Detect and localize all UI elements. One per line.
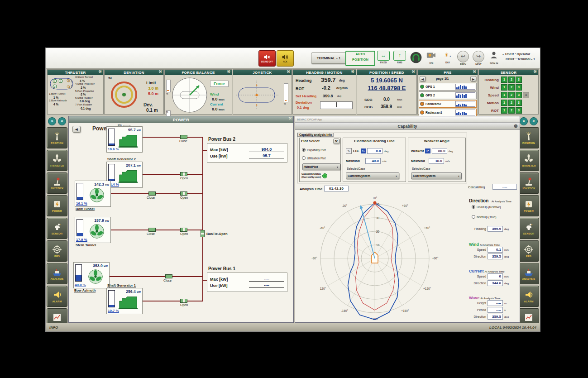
weakest-case-dropdown[interactable]: CurrentSystem▼ [411, 172, 462, 179]
utilization-plot-radio[interactable]: Utilization Plot [302, 156, 325, 160]
sensor-status-cell[interactable]: 1 [501, 107, 507, 114]
panel-thruster: THRUSTER⚒ 1 2 3 4 5 1.Bow Tunnel1 %2.Bow… [47, 69, 104, 115]
wrench-icon[interactable]: ⚒ [534, 70, 537, 74]
sidebar-item-alarm[interactable]: ALARM [47, 286, 67, 307]
prs-sensor-row[interactable]: Fanbeam2 [419, 100, 477, 108]
bus-line-vertical [202, 137, 203, 301]
sidebar-item-sensor[interactable]: SENSOR [518, 218, 539, 239]
breaker[interactable] [180, 228, 187, 232]
bustie-breaker[interactable] [201, 230, 205, 237]
sensor-status-cell[interactable]: 4 [523, 92, 529, 98]
terminal-button[interactable]: TERMINAL - 1 [311, 53, 346, 64]
expand-icon[interactable]: » [58, 117, 66, 125]
sidebar-item-prs[interactable]: PRS [47, 240, 67, 262]
sidebar-item-thruster[interactable]: THRUSTER [47, 150, 67, 171]
close-icon[interactable]: ⊗ [514, 123, 518, 129]
info-label[interactable]: INFO [49, 325, 58, 330]
collapse-icon[interactable]: « [48, 117, 56, 125]
power-page-prev-button[interactable]: ◀ [72, 126, 81, 133]
handycam-button[interactable]: H/C [424, 51, 439, 64]
breaker[interactable] [180, 172, 187, 176]
wrench-icon[interactable]: ⚒ [287, 70, 290, 74]
sensor-status-cell[interactable]: 2 [508, 84, 515, 91]
sound-off-button[interactable]: SOUND OFF [258, 50, 276, 67]
sidebar-item-power[interactable]: POWER [47, 195, 67, 216]
power-bus2-box: Max [kW]904.0 Use [kW]95.7 [207, 143, 287, 163]
sidebar-item-position[interactable]: POSITION [47, 127, 67, 148]
sensor-status-cell[interactable]: 3 [516, 92, 522, 98]
sidebar-item-joystick[interactable]: JOYSTICK [47, 172, 67, 194]
prs-sensor-row[interactable]: GPS 2 [419, 91, 477, 99]
ebl-maxwind-input[interactable]: 40.0 [365, 158, 381, 164]
plot-settings-button[interactable]: ⚒ [333, 139, 339, 144]
wrench-icon[interactable]: ⚒ [412, 70, 415, 74]
ebl-angle-input[interactable]: 0.0 [367, 148, 382, 154]
sidebar-item-alarm[interactable]: ALARM [518, 286, 539, 307]
prev-button[interactable]: ↩ PREV [456, 51, 470, 66]
sensor-status-cell[interactable]: 2 [508, 100, 515, 106]
auto-position-button[interactable]: AUTO POSITION [345, 51, 375, 66]
sensor-status-cell[interactable]: 1 [501, 100, 507, 106]
sidebar-item-position[interactable]: POSITION [518, 127, 539, 148]
bus2-max-value: 904.0 [249, 147, 284, 152]
weakest-maxwind-box: 18.0 [429, 158, 444, 164]
bustie-label: BusTie-Open [206, 232, 228, 236]
breaker[interactable] [180, 135, 187, 139]
radio-icon [302, 156, 306, 160]
prs-page-prev-button[interactable]: ◀ [420, 76, 425, 81]
northup-radio[interactable]: NorthUp (True) [472, 215, 496, 219]
ebl-edit-icon[interactable]: ✎ [346, 148, 352, 154]
sensor-status-cell[interactable]: 1 [501, 77, 507, 83]
breaker[interactable] [165, 274, 172, 278]
sensor-status-cell[interactable]: 3 [516, 84, 522, 91]
prs-sensor-row[interactable]: Radascan1 [419, 109, 477, 116]
rmb-mode-button[interactable]: ↑ RMB [392, 51, 407, 64]
sign-in-button[interactable]: SIGN IN [487, 51, 501, 65]
sensor-status-cell[interactable]: 3 [516, 107, 522, 114]
fixed-arrows-icon: ↔ [377, 51, 390, 61]
sidebar-item-joystick[interactable]: JOYSTICK [518, 172, 539, 194]
sensor-status-cell[interactable]: 2 [508, 77, 515, 83]
breaker[interactable] [148, 191, 156, 196]
sidebar-item-thruster[interactable]: THRUSTER [518, 150, 539, 171]
sensor-status-cell[interactable]: 1 [501, 92, 507, 98]
wrench-icon[interactable]: ⚒ [159, 70, 162, 74]
expand-icon[interactable]: » [530, 117, 538, 125]
wrench-icon[interactable]: ⚒ [351, 70, 354, 74]
breaker[interactable] [180, 191, 187, 196]
ebl-case-dropdown[interactable]: CurrentSystem▼ [346, 172, 399, 179]
thruster-list-right: 3.Stern Tunnel4 %4.Stbd Propeller-2 %5.P… [75, 76, 103, 110]
sidebar-item-prs[interactable]: PRS [518, 240, 539, 262]
sensor-status-cell[interactable]: 3 [516, 77, 522, 83]
sidebar-item-sensor[interactable]: SENSOR [47, 218, 67, 239]
sensor-status-cell[interactable]: 2 [508, 107, 515, 114]
bus1-max-value: ---- [249, 277, 284, 282]
prs-page-next-button[interactable]: ▶ [470, 76, 476, 81]
sensor-status-cell[interactable]: 3 [516, 100, 522, 106]
headup-radio[interactable]: HeadUp (Relative) [472, 205, 501, 209]
ack-button[interactable]: ACK [277, 50, 294, 67]
thruster-ship-diagram: 1 2 3 4 5 [48, 77, 75, 91]
next-button[interactable]: ↪ NEXT [471, 51, 486, 66]
breaker[interactable] [180, 299, 187, 303]
plot-type-dropdown[interactable]: WindPlot▼ [302, 163, 340, 170]
weakest-angle-group: Weakest Angle Weakest P 80.0 deg MaxWind… [408, 138, 466, 182]
wrench-icon[interactable]: ⚒ [227, 70, 230, 74]
capability-plot-radio[interactable]: Capability Plot [302, 148, 326, 152]
sidebar-item-analysis[interactable]: ANALYSIS [47, 263, 67, 284]
user-dropdown-icon[interactable]: ▼ [502, 53, 504, 56]
sidebar-item-power[interactable]: POWER [518, 195, 539, 216]
wrench-icon[interactable]: ⚒ [473, 70, 476, 74]
breaker[interactable] [148, 228, 156, 232]
sensor-status-cell[interactable]: 2 [508, 92, 515, 98]
wrench-icon[interactable]: ⚒ [99, 70, 102, 74]
headset-button[interactable] [409, 52, 423, 65]
fixed-mode-button[interactable]: ↔ FIXED [376, 51, 391, 64]
wrench-icon[interactable]: ⚒ [288, 116, 292, 120]
sensor-status-cell[interactable]: 1 [501, 84, 507, 91]
sidebar-item-analysis[interactable]: ANALYSIS [518, 263, 539, 284]
day-mode-button[interactable]: ☀▼ DAY [440, 51, 455, 64]
direction-section-title: Direction At Analysis Time [469, 196, 512, 204]
prs-sensor-row[interactable]: GPS 1 [419, 83, 477, 91]
collapse-icon[interactable]: « [520, 117, 528, 125]
